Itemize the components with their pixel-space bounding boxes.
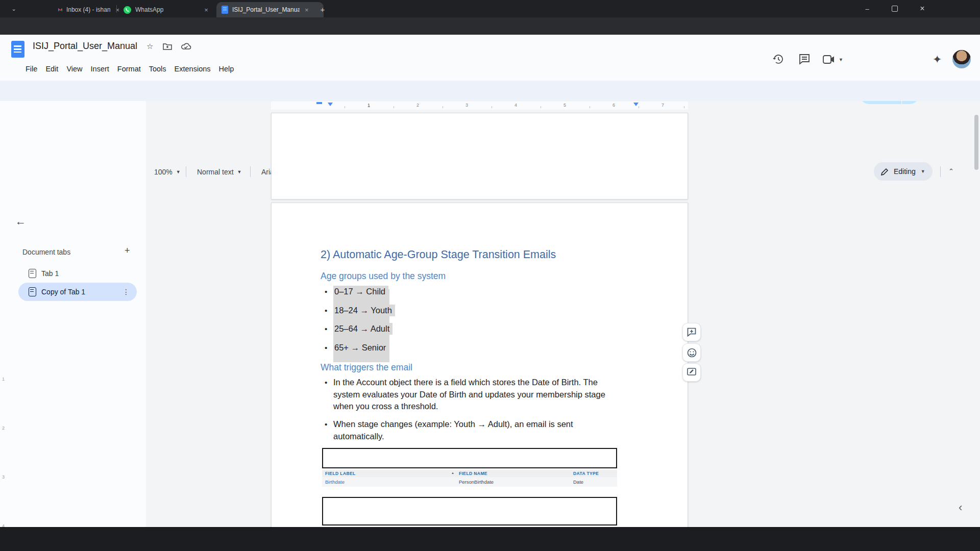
field-table-header-row: FIELD LABEL ▲ FIELD NAME DATA TYPE (322, 470, 617, 477)
docs-toolbar: Menus 100%▼ Normal text▼ Arial▼ – 13 + B… (0, 81, 980, 101)
desktop: ⌄ Inbox (4) - ishann.tforce@gmai × Whats… (0, 0, 980, 551)
windows-taskbar: 72°F Sunny Search S C:\_ PC (0, 527, 980, 551)
add-tab-button[interactable]: + (125, 245, 130, 256)
browser-tab-whatsapp[interactable]: WhatsApp × (118, 2, 218, 17)
age-group-item: 25–64 → Adult (333, 323, 393, 335)
bullet-marker: • (325, 287, 327, 296)
tab-title: Inbox (4) - ishann.tforce@gmai (66, 6, 111, 13)
vertical-scrollbar-thumb[interactable] (974, 115, 978, 170)
back-arrow-icon[interactable]: ← (15, 215, 26, 228)
pencil-edit-icon (687, 368, 696, 377)
emoji-reaction-button[interactable] (682, 343, 701, 362)
paragraph-style-select[interactable]: Normal text▼ (193, 165, 246, 179)
right-indent-marker[interactable] (633, 103, 639, 106)
star-document-icon[interactable]: ☆ (146, 42, 153, 51)
comments-icon[interactable] (799, 54, 810, 65)
tab-search-icon[interactable]: ⌄ (6, 3, 21, 14)
add-comment-icon (687, 328, 696, 337)
whatsapp-icon (124, 6, 131, 14)
doc-heading-triggers: What triggers the email (321, 362, 412, 373)
cloud-status-icon[interactable] (181, 43, 191, 50)
window-close-button[interactable]: × (911, 0, 934, 17)
emoji-icon (687, 348, 697, 358)
browser-tab-gmail[interactable]: Inbox (4) - ishann.tforce@gmai × (53, 2, 125, 17)
bullet-marker: • (325, 306, 327, 315)
gmail-icon (58, 7, 62, 13)
menu-extensions[interactable]: Extensions (170, 63, 215, 74)
screenshot-frame-2 (322, 497, 617, 525)
menu-tools[interactable]: Tools (145, 63, 170, 74)
trigger-point: When stage changes (example: Youth → Adu… (333, 418, 622, 442)
menu-file[interactable]: File (21, 63, 41, 74)
meet-video-button[interactable]: ▼ (823, 55, 843, 64)
docs-header: ISIJ_Portal_User_Manual ☆ File Edit View… (0, 35, 980, 81)
horizontal-ruler[interactable]: 1 (271, 102, 688, 110)
hanging-indent-marker[interactable] (328, 103, 333, 106)
tab-title: ISIJ_Portal_User_Manual - Goo (232, 6, 300, 13)
field-label-link: Birthdate (325, 479, 345, 485)
video-camera-icon (823, 55, 835, 64)
screenshot-frame-1 (322, 448, 617, 468)
age-group-item: 65+ → Senior (333, 342, 389, 354)
browser-toolbar: ← → ↻ docs.google.com/document/d/1Q8xj6S… (0, 17, 980, 35)
document-tabs-header: Document tabs (22, 248, 70, 256)
window-restore-button[interactable] (883, 0, 906, 17)
browser-tab-docs[interactable]: ISIJ_Portal_User_Manual - Goo × (216, 2, 324, 17)
pencil-icon (881, 168, 889, 176)
bullet-marker: • (325, 343, 327, 352)
field-table-data-row: Birthdate PersonBirthdate Date (322, 477, 617, 487)
close-tab-icon[interactable]: × (305, 6, 309, 14)
menu-view[interactable]: View (62, 63, 86, 74)
add-comment-margin-button[interactable] (682, 323, 701, 341)
version-history-icon[interactable] (772, 53, 785, 65)
menu-format[interactable]: Format (113, 63, 145, 74)
age-group-item: 0–17 → Child (333, 286, 388, 298)
google-docs-favicon (222, 6, 228, 14)
vertical-ruler: 1 2 3 4 (0, 101, 8, 527)
expand-panel-chevron-icon[interactable]: ‹ (959, 501, 962, 514)
google-docs-logo[interactable] (11, 41, 24, 58)
browser-tab-bar: ⌄ Inbox (4) - ishann.tforce@gmai × Whats… (0, 0, 980, 17)
close-tab-icon[interactable]: × (204, 6, 208, 14)
zoom-select[interactable]: 100%▼ (151, 165, 184, 179)
doc-heading-2: 2) Automatic Age-Group Stage Transition … (321, 248, 556, 261)
menu-edit[interactable]: Edit (41, 63, 62, 74)
doc-tab-icon (29, 269, 36, 278)
doc-heading-age-groups: Age groups used by the system (321, 271, 446, 282)
age-group-item: 18–24 → Youth (333, 305, 395, 317)
bullet-marker: • (325, 420, 327, 429)
account-avatar[interactable] (952, 50, 971, 68)
menu-help[interactable]: Help (215, 63, 238, 74)
menu-bar: File Edit View Insert Format Tools Exten… (21, 63, 238, 74)
sort-arrow-icon: ▲ (451, 471, 454, 474)
tab-title: WhatsApp (135, 6, 163, 13)
new-tab-button[interactable]: + (317, 4, 328, 14)
editing-mode-button[interactable]: Editing ▼ (874, 162, 933, 181)
gemini-sparkle-icon[interactable]: ✦ (933, 53, 942, 66)
document-page-1[interactable] (271, 113, 688, 199)
chevron-down-icon: ▼ (839, 57, 843, 62)
window-minimize-button[interactable]: – (855, 0, 879, 17)
document-title[interactable]: ISIJ_Portal_User_Manual (33, 41, 137, 52)
doc-tab-icon (29, 287, 36, 296)
bullet-marker: • (325, 324, 327, 333)
collapse-toolbar-chevron-icon[interactable]: ⌃ (948, 167, 954, 175)
trigger-point: In the Account object there is a field w… (333, 377, 622, 413)
bullet-marker: • (325, 378, 327, 387)
document-tabs-sidebar: ← Document tabs + Tab 1 Copy of Tab 1 ⋮ (0, 101, 146, 527)
first-line-indent-marker[interactable] (316, 102, 322, 104)
suggest-edits-button[interactable] (682, 363, 701, 382)
tab-options-kebab-icon[interactable]: ⋮ (122, 288, 130, 296)
sidebar-item-copy-of-tab1[interactable]: Copy of Tab 1 ⋮ (18, 283, 137, 301)
sidebar-item-tab1[interactable]: Tab 1 (18, 264, 137, 283)
move-to-folder-icon[interactable] (163, 43, 172, 50)
menu-insert[interactable]: Insert (87, 63, 113, 74)
